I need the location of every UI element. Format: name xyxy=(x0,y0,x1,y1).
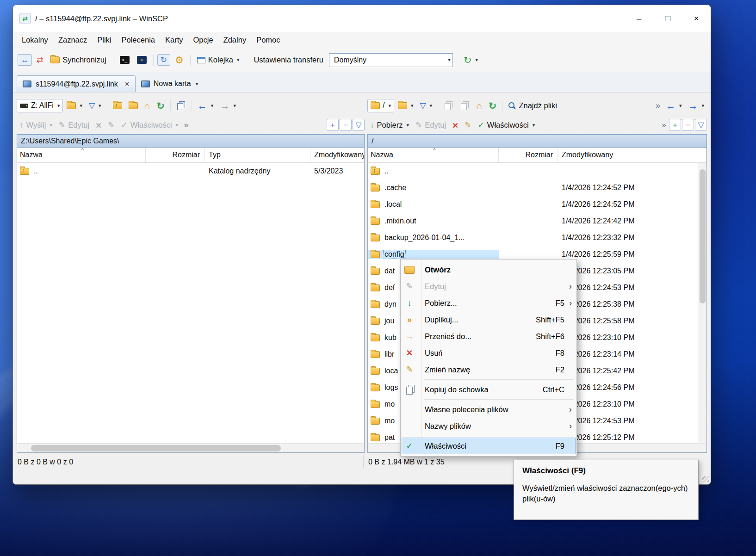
column-header-name[interactable]: Nazwa^ xyxy=(17,148,146,162)
menu-item-copy-clipboard[interactable]: Kopiuj do schowka Ctrl+C xyxy=(402,381,576,398)
edit-button[interactable]: ✎Edytuj xyxy=(413,119,449,131)
filter-button[interactable]: ▽▾ xyxy=(417,100,435,111)
column-header-modified[interactable]: Zmodyfikowany xyxy=(310,148,364,162)
properties-button[interactable]: ✓Właściwości▾ xyxy=(475,119,538,131)
menu-item-download[interactable]: ↓ Pobierz... F5 › xyxy=(402,295,576,311)
overflow-icon[interactable]: » xyxy=(654,101,662,110)
rename-button[interactable]: ✎ xyxy=(462,120,474,130)
menu-item-open[interactable]: Otwórz xyxy=(402,261,576,278)
table-row[interactable]: .cache 1/4/2026 12:24:52 PM xyxy=(368,179,706,196)
refresh-session-button[interactable]: ↻ xyxy=(157,54,170,66)
menu-item-move-to[interactable]: → Przenieś do... Shift+F6 xyxy=(402,328,576,345)
column-header-size[interactable]: Rozmiar xyxy=(146,148,205,162)
preferences-button[interactable]: ⚙ xyxy=(172,54,186,66)
menu-item-custom-commands[interactable]: Własne polecenia plików › xyxy=(402,401,576,418)
minimize-button[interactable]: – xyxy=(625,5,653,32)
selection-filter-button[interactable]: ▽ xyxy=(353,119,365,131)
resize-grip[interactable] xyxy=(702,476,709,482)
toggle-panels-button[interactable]: ↔ xyxy=(18,54,32,66)
menu-zaznacz[interactable]: Zaznacz xyxy=(53,32,92,48)
remote-path-bar[interactable]: / xyxy=(367,134,707,148)
find-files-button[interactable]: Znajdź pliki xyxy=(505,100,560,111)
open-directory-button[interactable]: ▾ xyxy=(64,101,85,111)
transfer-preset-cycle-button[interactable]: ↻▾ xyxy=(461,54,481,66)
menu-opcje[interactable]: Opcje xyxy=(188,32,218,48)
download-button[interactable]: ↓Pobierz▾ xyxy=(367,119,412,131)
menu-zdalny[interactable]: Zdalny xyxy=(218,32,252,48)
submenu-arrow-icon: › xyxy=(564,282,572,291)
column-header-name[interactable]: Nazwa^ xyxy=(368,148,499,162)
properties-button[interactable]: ✓Właściwości▾ xyxy=(118,119,181,131)
delete-button[interactable]: × xyxy=(93,119,104,131)
scrollbar-thumb[interactable] xyxy=(700,169,706,303)
queue-button[interactable]: Kolejka▾ xyxy=(194,54,242,66)
menu-lokalny[interactable]: Lokalny xyxy=(17,32,53,48)
open-terminal-button[interactable]: >_ xyxy=(117,55,132,65)
search-icon xyxy=(508,102,516,110)
column-header-size[interactable]: Rozmiar xyxy=(499,148,558,162)
upload-button[interactable]: ↑Wyślij▾ xyxy=(17,119,55,131)
open-directory-button[interactable]: ▾ xyxy=(395,101,416,111)
back-button[interactable]: ←▾ xyxy=(195,99,217,112)
rename-button[interactable]: ✎ xyxy=(105,120,117,130)
menu-pliki[interactable]: Pliki xyxy=(92,32,116,48)
increase-selection-button[interactable]: + xyxy=(669,119,681,131)
menu-karty[interactable]: Karty xyxy=(160,32,188,48)
column-header-modified[interactable]: Zmodyfikowany xyxy=(558,148,665,162)
copy-path-button[interactable] xyxy=(174,100,189,111)
right-vertical-scrollbar[interactable] xyxy=(698,163,706,443)
decrease-selection-button[interactable]: − xyxy=(340,119,352,131)
synchronize-browsing-button[interactable]: ⇄ xyxy=(34,55,46,65)
forward-button[interactable]: →▾ xyxy=(685,99,707,112)
paste-button-disabled[interactable] xyxy=(457,100,472,111)
home-directory-button[interactable]: ⌂ xyxy=(142,99,153,112)
titlebar[interactable]: ⇄ / – s115944@ftp.22.svpj.link – WinSCP … xyxy=(13,5,711,32)
new-tab-button[interactable]: Nowa karta ▾ xyxy=(136,75,204,92)
table-row[interactable]: .local 1/4/2026 12:24:52 PM xyxy=(368,196,706,213)
copy-button-disabled[interactable] xyxy=(441,100,456,111)
drive-selector[interactable]: Z: AllFi▾ xyxy=(17,99,63,112)
folder-icon xyxy=(129,102,138,109)
table-row[interactable]: .mixin.out 1/4/2026 12:24:42 PM xyxy=(368,213,706,229)
local-path-bar[interactable]: Z:\Users\Shared\Epic Games\ xyxy=(17,134,365,148)
filter-button[interactable]: ▽▾ xyxy=(86,100,104,111)
refresh-button[interactable]: ↻ xyxy=(486,99,500,112)
session-tab[interactable]: s115944@ftp.22.svpj.link × xyxy=(17,75,136,92)
close-button[interactable]: × xyxy=(682,5,711,32)
edit-button[interactable]: ✎Edytuj xyxy=(56,119,92,131)
menu-item-properties[interactable]: ✓ Właściwości F9 xyxy=(402,438,576,454)
forward-button[interactable]: →▾ xyxy=(217,99,239,112)
home-directory-button[interactable]: ⌂ xyxy=(473,99,485,112)
scrollbar-thumb[interactable] xyxy=(31,445,281,451)
menu-item-file-names[interactable]: Nazwy plików › xyxy=(402,418,576,434)
open-console-button[interactable]: » xyxy=(134,55,149,65)
overflow-icon[interactable]: » xyxy=(660,121,668,129)
column-header-type[interactable]: Typ xyxy=(205,148,310,162)
decrease-selection-button[interactable]: − xyxy=(682,119,694,131)
selection-filter-button[interactable]: ▽ xyxy=(695,119,707,131)
menu-item-edit[interactable]: ✎ Edytuj › xyxy=(402,278,576,295)
maximize-button[interactable]: □ xyxy=(653,5,682,32)
menu-item-delete[interactable]: × Usuń F8 xyxy=(402,345,576,361)
remote-path-selector[interactable]: /▾ xyxy=(367,99,394,112)
back-button[interactable]: ←▾ xyxy=(663,99,685,112)
refresh-button[interactable]: ↻ xyxy=(154,99,167,112)
menu-polecenia[interactable]: Polecenia xyxy=(117,32,160,48)
file-modified: 1/4/2026 12:25:59 PM xyxy=(558,250,665,259)
table-row[interactable]: backup_2026-01-04_1... 1/4/2026 12:23:32… xyxy=(368,229,706,246)
table-row[interactable]: .. Katalog nadrzędny 5/3/2023 xyxy=(17,163,364,179)
delete-button[interactable]: × xyxy=(450,119,461,131)
transfer-preset-combo[interactable]: Domyślny▾ xyxy=(329,53,453,67)
increase-selection-button[interactable]: + xyxy=(327,119,339,131)
overflow-icon[interactable]: » xyxy=(182,121,190,129)
table-row[interactable]: .. xyxy=(368,163,706,179)
home-icon: ⌂ xyxy=(476,101,482,111)
menu-item-rename[interactable]: ✎ Zmień nazwę F2 xyxy=(402,361,576,378)
menu-pomoc[interactable]: Pomoc xyxy=(251,32,285,48)
left-horizontal-scrollbar[interactable] xyxy=(17,443,364,452)
menu-item-duplicate[interactable]: » Duplikuj... Shift+F5 xyxy=(402,311,576,328)
parent-directory-button[interactable] xyxy=(110,101,125,111)
close-tab-icon[interactable]: × xyxy=(125,80,130,89)
synchronize-button[interactable]: Synchronizuj xyxy=(48,54,109,66)
root-directory-button[interactable] xyxy=(126,101,141,111)
